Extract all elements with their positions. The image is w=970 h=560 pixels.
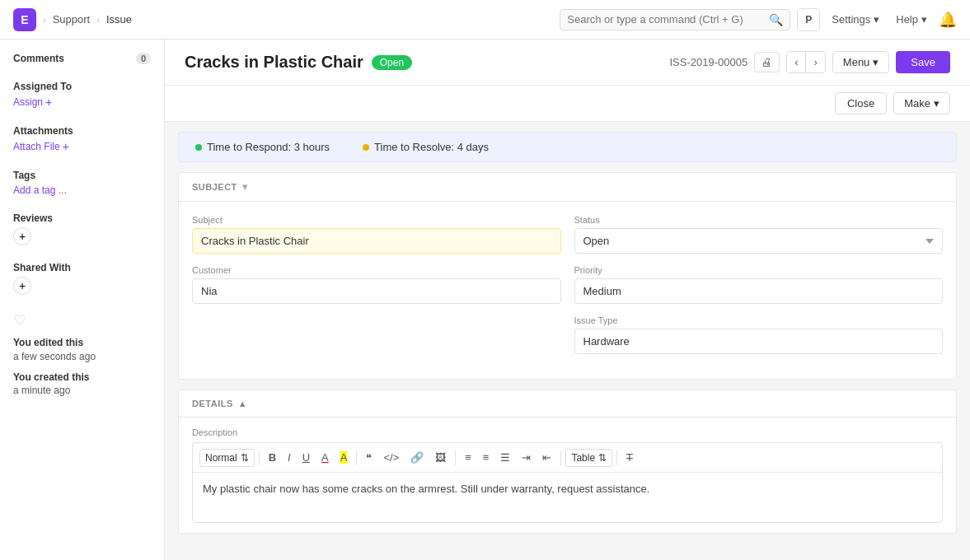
customer-input[interactable] — [192, 278, 561, 304]
sidebar-comments-section: Comments 0 — [13, 53, 151, 64]
add-tag-button[interactable]: Add a tag ... — [13, 184, 151, 196]
subject-label: Subject — [192, 215, 561, 225]
assign-button[interactable]: Assign + — [13, 96, 151, 109]
customer-field-group: Customer — [192, 265, 561, 304]
favorite-icon[interactable]: ♡ — [13, 311, 151, 329]
resolve-timer-text: Time to Resolve: 4 days — [374, 141, 489, 153]
details-chevron-icon: ▲ — [238, 399, 247, 408]
toolbar-divider-4 — [560, 450, 561, 465]
add-shared-button[interactable]: + — [13, 277, 31, 295]
spacer-group — [192, 315, 561, 354]
make-button[interactable]: Make ▾ — [893, 92, 950, 114]
activity-item-1: You edited this a few seconds ago — [13, 336, 151, 364]
code-button[interactable]: </> — [378, 448, 404, 467]
settings-label: Settings — [832, 13, 870, 26]
notification-icon[interactable]: 🔔 — [939, 11, 957, 29]
subject-section-header[interactable]: SUBJECT ▾ — [179, 173, 956, 202]
search-icon: 🔍 — [769, 13, 783, 26]
attach-file-button[interactable]: Attach File + — [13, 140, 151, 153]
image-button[interactable]: 🖼 — [430, 448, 451, 467]
settings-button[interactable]: Settings ▾ — [827, 10, 884, 29]
prev-arrow-button[interactable]: ‹ — [787, 52, 806, 72]
page-header-actions: ISS-2019-00005 🖨 ‹ › Menu ▾ Save — [669, 51, 950, 73]
toolbar-divider-1 — [259, 450, 260, 465]
highlight-button[interactable]: A — [335, 448, 353, 467]
settings-chevron-icon: ▾ — [874, 13, 879, 26]
issue-id: ISS-2019-00005 — [669, 56, 747, 68]
unordered-list-button[interactable]: ≡ — [478, 448, 494, 467]
add-review-button[interactable]: + — [13, 227, 31, 245]
subject-section-title: SUBJECT — [192, 182, 237, 192]
nav-support[interactable]: Support — [53, 13, 91, 26]
toolbar-divider-3 — [455, 450, 456, 465]
description-editor: Normal ⇅ B I U A A ❝ </> 🔗 🖼 — [192, 442, 943, 523]
subject-input[interactable] — [192, 228, 561, 254]
subject-chevron-icon: ▾ — [242, 181, 248, 193]
table-select[interactable]: Table ⇅ — [565, 449, 612, 467]
content-area: Cracks in Plastic Chair Open ISS-2019-00… — [165, 40, 970, 560]
details-section-title: DETAILS — [192, 399, 233, 408]
details-section-header[interactable]: DETAILS ▲ — [179, 390, 956, 418]
description-label: Description — [192, 427, 943, 437]
description-body[interactable]: My plastic chair now has some cracks on … — [193, 473, 942, 522]
issue-type-input[interactable] — [574, 329, 944, 354]
close-button[interactable]: Close — [835, 92, 887, 114]
print-button[interactable]: 🖨 — [754, 52, 780, 72]
italic-button[interactable]: I — [283, 448, 296, 467]
menu-button[interactable]: Menu ▾ — [832, 51, 890, 73]
resolve-timer: Time to Resolve: 4 days — [363, 141, 489, 153]
align-button[interactable]: ☰ — [495, 448, 515, 467]
page-title: Cracks in Plastic Chair — [185, 53, 363, 72]
priority-field-group: Priority — [574, 265, 944, 304]
respond-timer: Time to Respond: 3 hours — [195, 141, 330, 153]
table-chevron-icon: ⇅ — [598, 452, 607, 464]
clear-format-button[interactable]: T̶ — [621, 448, 638, 467]
resolve-dot — [363, 144, 369, 151]
sidebar-tags-section: Tags Add a tag ... — [13, 170, 151, 196]
bold-button[interactable]: B — [264, 448, 281, 467]
underline-button[interactable]: U — [298, 448, 315, 467]
reviews-label: Reviews — [13, 212, 151, 224]
issue-type-field-group: Issue Type — [574, 315, 944, 354]
attach-plus-icon: + — [63, 140, 69, 153]
subject-row-3: Issue Type — [192, 315, 943, 354]
main-layout: Comments 0 Assigned To Assign + Attachme… — [0, 40, 970, 560]
editor-toolbar: Normal ⇅ B I U A A ❝ </> 🔗 🖼 — [193, 443, 942, 473]
nav-chevron-2: › — [96, 15, 100, 25]
search-bar[interactable]: 🔍 — [560, 9, 790, 30]
link-button[interactable]: 🔗 — [405, 448, 429, 467]
comments-count: 0 — [136, 53, 151, 64]
sidebar-attachments-section: Attachments Attach File + — [13, 125, 151, 153]
format-chevron-icon: ⇅ — [241, 452, 249, 464]
indent-button[interactable]: ⇥ — [517, 448, 536, 467]
menu-chevron-icon: ▾ — [873, 56, 879, 68]
sidebar-assigned-section: Assigned To Assign + — [13, 81, 151, 109]
priority-input[interactable] — [574, 278, 944, 304]
respond-dot — [195, 144, 202, 151]
tags-label: Tags — [13, 170, 151, 181]
help-label: Help — [896, 13, 918, 26]
outdent-button[interactable]: ⇤ — [537, 448, 556, 467]
subject-field-group: Subject — [192, 215, 561, 254]
profile-button[interactable]: P — [797, 8, 820, 31]
help-chevron-icon: ▾ — [921, 13, 927, 26]
issue-type-label: Issue Type — [574, 315, 944, 325]
search-input[interactable] — [567, 13, 764, 26]
respond-timer-text: Time to Respond: 3 hours — [207, 141, 330, 153]
top-nav: E › Support › Issue 🔍 P Settings ▾ Help … — [0, 0, 970, 40]
blockquote-button[interactable]: ❝ — [361, 448, 377, 467]
help-button[interactable]: Help ▾ — [891, 10, 932, 29]
next-arrow-button[interactable]: › — [806, 52, 824, 72]
status-select[interactable]: Open Closed Pending — [574, 228, 944, 254]
format-select[interactable]: Normal ⇅ — [199, 449, 255, 467]
attachments-label: Attachments — [13, 125, 151, 137]
ordered-list-button[interactable]: ≡ — [460, 448, 476, 467]
top-bar-actions: Close Make ▾ — [165, 86, 970, 122]
page-header: Cracks in Plastic Chair Open ISS-2019-00… — [165, 40, 970, 86]
save-button[interactable]: Save — [896, 51, 950, 73]
nav-current: Issue — [106, 13, 132, 26]
font-color-button[interactable]: A — [316, 448, 334, 467]
shared-with-label: Shared With — [13, 262, 151, 273]
assign-plus-icon: + — [45, 96, 52, 109]
activity-section: You edited this a few seconds ago You cr… — [13, 336, 151, 398]
